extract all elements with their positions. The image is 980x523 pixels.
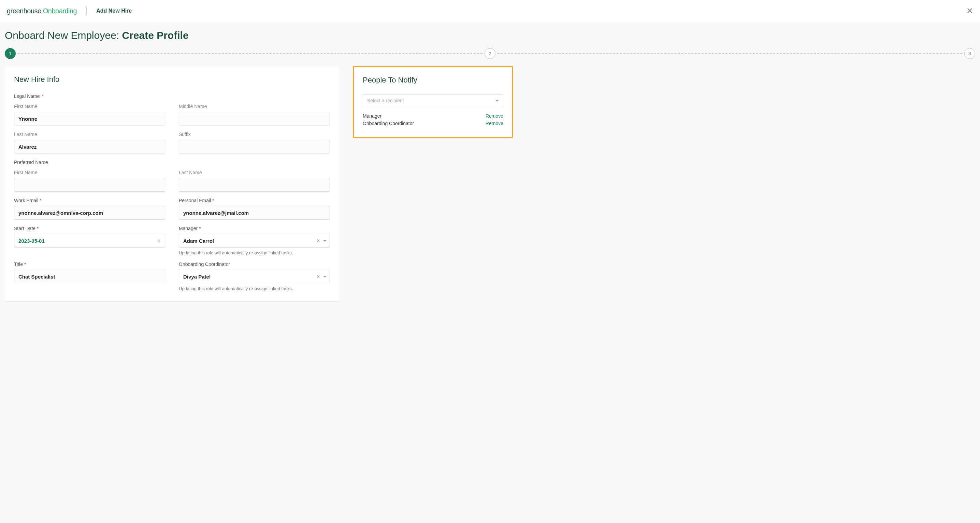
clear-coordinator-icon[interactable]: ✕ [316,274,320,279]
legal-name-label: Legal Name * [14,94,330,99]
caret-icon[interactable] [323,240,326,242]
step-line-1 [18,53,482,54]
work-email-label: Work Email * [14,198,165,203]
coordinator-select[interactable]: Divya Patel ✕ [179,270,330,283]
middle-name-label: Middle Name [179,104,330,109]
manager-label: Manager * [179,226,330,231]
last-name-label: Last Name [14,132,165,137]
notify-item: Onboarding Coordinator Remove [363,121,503,126]
new-hire-card: New Hire Info Legal Name * First Name Mi… [5,66,339,302]
coordinator-value[interactable]: Divya Patel [179,270,330,283]
first-name-input[interactable] [14,112,165,125]
start-date-field[interactable]: 2023-05-01 ✕ [14,234,165,247]
pref-last-name-input[interactable] [179,178,330,192]
coordinator-label: Onboarding Coordinator [179,262,330,267]
personal-email-label: Personal Email * [179,198,330,203]
manager-help: Updating this role will automatically re… [179,250,330,255]
manager-value[interactable]: Adam Carrol [179,234,330,247]
step-2[interactable]: 2 [485,48,495,59]
required-mark: * [41,94,44,99]
start-date-value[interactable]: 2023-05-01 [14,234,165,247]
suffix-label: Suffix [179,132,330,137]
manager-select[interactable]: Adam Carrol ✕ [179,234,330,247]
suffix-input[interactable] [179,140,330,154]
page-content: Onboard New Employee: Create Profile 1 2… [0,22,980,523]
notify-placeholder: Select a recipient [367,98,404,103]
notify-item-label: Manager [363,113,382,119]
middle-name-input[interactable] [179,112,330,125]
notify-item-label: Onboarding Coordinator [363,121,414,126]
notify-item: Manager Remove [363,113,503,119]
notify-card: People To Notify Select a recipient Mana… [353,66,513,138]
caret-icon[interactable] [323,276,326,277]
start-date-label: Start Date * [14,226,165,231]
title-label: Title * [14,262,165,267]
stepper: 1 2 3 [5,48,975,59]
app-header: greenhouse Onboarding Add New Hire ✕ [0,0,980,22]
preferred-name-label: Preferred Name [14,160,330,165]
page-title-bold: Create Profile [122,30,189,41]
work-email-input[interactable] [14,206,165,220]
pref-first-name-input[interactable] [14,178,165,192]
step-1[interactable]: 1 [5,48,16,59]
close-icon[interactable]: ✕ [966,6,973,16]
logo[interactable]: greenhouse Onboarding [7,7,77,15]
header-divider [86,7,87,15]
step-line-2 [498,53,962,54]
logo-greenhouse: greenhouse [7,7,41,15]
last-name-input[interactable] [14,140,165,154]
personal-email-input[interactable] [179,206,330,220]
coordinator-help: Updating this role will automatically re… [179,286,330,291]
notify-remove-button[interactable]: Remove [485,113,503,119]
title-input[interactable] [14,270,165,283]
first-name-label: First Name [14,104,165,109]
page-title-pre: Onboard New Employee: [5,30,122,41]
notify-remove-button[interactable]: Remove [485,121,503,126]
pref-last-name-label: Last Name [179,170,330,175]
header-title: Add New Hire [96,8,132,14]
pref-first-name-label: First Name [14,170,165,175]
main-grid: New Hire Info Legal Name * First Name Mi… [5,66,975,302]
new-hire-title: New Hire Info [14,75,330,84]
step-3[interactable]: 3 [964,48,975,59]
logo-onboarding: Onboarding [43,7,77,15]
notify-recipient-select[interactable]: Select a recipient [363,94,503,107]
caret-icon [495,100,499,101]
notify-title: People To Notify [363,76,503,84]
clear-manager-icon[interactable]: ✕ [316,238,320,243]
clear-date-icon[interactable]: ✕ [157,238,161,243]
page-title: Onboard New Employee: Create Profile [5,30,975,41]
